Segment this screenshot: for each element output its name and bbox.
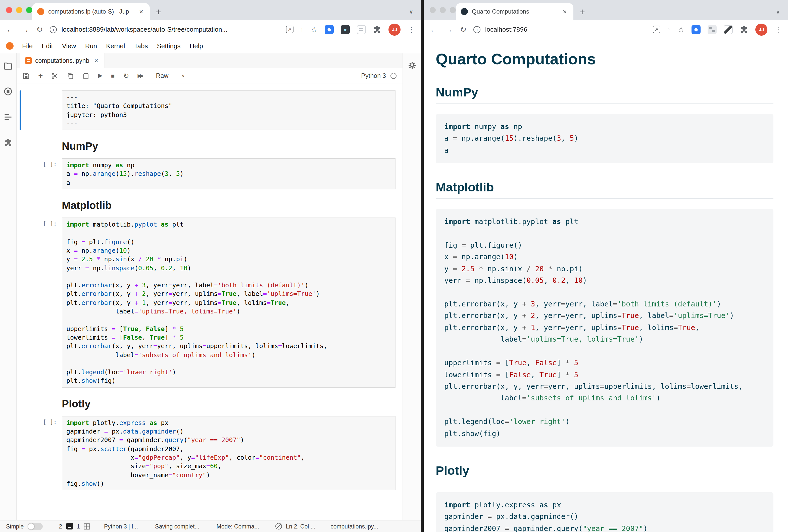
restart-run-all-icon[interactable]: ▶▶ (138, 73, 142, 78)
profile-avatar[interactable]: JJ (755, 23, 767, 36)
raw-cell-editor[interactable]: ---title: "Quarto Computations"jupyter: … (62, 90, 395, 130)
menu-settings[interactable]: Settings (152, 42, 185, 50)
new-tab-button[interactable]: + (579, 7, 585, 17)
address-bar[interactable]: localhost:7896 (474, 26, 646, 33)
minimize-traffic-light[interactable] (440, 7, 446, 13)
open-in-new-icon[interactable] (286, 26, 293, 33)
property-inspector-gear-icon[interactable] (408, 61, 416, 69)
extension-camera-icon[interactable] (691, 25, 701, 34)
simple-mode-label: Simple (6, 523, 24, 529)
save-icon[interactable] (23, 72, 29, 79)
paste-icon[interactable] (83, 72, 90, 79)
back-icon[interactable]: ← (6, 25, 14, 34)
copy-icon[interactable] (67, 72, 74, 79)
jupyterlab-left-sidebar (0, 53, 17, 520)
code-cell-matplotlib-editor[interactable]: import matplotlib.pyplot as plt fig = pl… (62, 218, 395, 388)
extension-dark-icon[interactable] (341, 25, 350, 34)
zoom-traffic-light[interactable] (26, 7, 32, 13)
site-info-icon[interactable] (50, 26, 57, 33)
browser-tab[interactable]: Quarto Computations × (456, 3, 573, 20)
terminal-count[interactable]: 1 (77, 523, 80, 529)
url-text: localhost:8889/lab/workspaces/auto-S/tre… (62, 26, 228, 33)
code-cell-numpy[interactable]: [ ]: import numpy as npa = np.arange(15)… (20, 158, 395, 189)
kernel-indicator[interactable]: Python 3 (361, 72, 396, 79)
notebook-tab-close-icon[interactable]: × (93, 57, 99, 64)
profile-avatar[interactable]: JJ (389, 23, 400, 36)
open-in-new-icon[interactable] (653, 26, 660, 33)
menu-file[interactable]: File (18, 42, 37, 50)
cell-prompt: [ ]: (24, 416, 62, 490)
browser-tabstrip: Quarto Computations × + ∨ (423, 0, 788, 20)
code-cell-numpy-editor[interactable]: import numpy as npa = np.arange(15).resh… (62, 158, 395, 189)
kernel-status-text[interactable]: Python 3 | I... (104, 523, 138, 529)
bookmark-star-icon[interactable]: ☆ (678, 25, 685, 34)
extension-manager-icon[interactable] (4, 138, 12, 147)
cell-selection-bar (20, 90, 21, 130)
reload-icon[interactable]: ↻ (460, 25, 467, 34)
simple-mode-toggle[interactable] (28, 523, 43, 530)
statusbar: Simple 2 1 Python 3 | I... Saving comple… (0, 520, 421, 532)
cell-prompt: [ ]: (24, 218, 62, 388)
markdown-cell-numpy[interactable]: NumPy (62, 140, 389, 152)
code-cell-matplotlib[interactable]: [ ]: import matplotlib.pyplot as plt fig… (20, 218, 395, 388)
menu-edit[interactable]: Edit (37, 42, 58, 50)
jupyter-favicon (37, 8, 44, 15)
notebook-scroll-area[interactable]: ---title: "Quarto Computations"jupyter: … (17, 83, 402, 520)
tab-close-icon[interactable]: × (562, 7, 568, 16)
tab-search-chevron-icon[interactable]: ∨ (776, 8, 780, 15)
document-tabbar: computations.ipynb × (17, 53, 402, 68)
table-of-contents-icon[interactable] (3, 112, 13, 122)
cell-selection-bar (20, 218, 21, 388)
code-block-plotly: import plotly.express as pxgapminder = p… (436, 492, 773, 532)
tab-close-icon[interactable]: × (138, 7, 145, 16)
extension-grid-icon[interactable] (708, 25, 717, 34)
menu-kernel[interactable]: Kernel (101, 42, 130, 50)
close-traffic-light[interactable] (430, 7, 436, 13)
zoom-traffic-light[interactable] (450, 7, 456, 13)
extension-doc-icon[interactable] (357, 25, 366, 34)
notebook-tab[interactable]: computations.ipynb × (20, 53, 105, 68)
file-browser-icon[interactable] (3, 61, 13, 70)
browser-menu-icon[interactable]: ⋮ (408, 25, 415, 34)
menu-tabs[interactable]: Tabs (130, 42, 153, 50)
page-title: Quarto Computations (436, 50, 773, 68)
raw-cell-prompt (24, 90, 62, 130)
restart-kernel-icon[interactable]: ↻ (123, 72, 129, 79)
extensions-puzzle-icon[interactable] (373, 25, 381, 34)
code-cell-plotly[interactable]: [ ]: import plotly.express as pxgapminde… (20, 416, 395, 490)
minimize-traffic-light[interactable] (16, 7, 22, 13)
menu-help[interactable]: Help (185, 42, 208, 50)
line-col-text[interactable]: Ln 2, Col ... (286, 523, 316, 529)
forward-icon[interactable]: → (445, 25, 453, 34)
extension-stripe-icon[interactable] (724, 25, 733, 34)
close-traffic-light[interactable] (6, 7, 12, 13)
running-sessions-icon[interactable] (3, 87, 13, 96)
cut-icon[interactable] (52, 72, 59, 79)
extensions-puzzle-icon[interactable] (740, 25, 748, 34)
stop-icon[interactable]: ■ (111, 73, 115, 79)
address-bar[interactable]: localhost:8889/lab/workspaces/auto-S/tre… (50, 26, 279, 33)
back-icon[interactable]: ← (430, 25, 438, 34)
tab-search-chevron-icon[interactable]: ∨ (409, 8, 413, 15)
markdown-cell-plotly[interactable]: Plotly (62, 397, 389, 410)
markdown-cell-matplotlib[interactable]: Matplotlib (62, 200, 389, 211)
browser-menu-icon[interactable]: ⋮ (774, 25, 782, 34)
cell-type-dropdown[interactable]: Raw ∨ (156, 72, 185, 79)
new-tab-button[interactable]: + (156, 7, 161, 17)
bookmark-star-icon[interactable]: ☆ (311, 25, 318, 34)
share-icon[interactable]: ↑ (667, 25, 671, 34)
quarto-page: Quarto Computations NumPy import numpy a… (423, 39, 788, 532)
browser-tab[interactable]: computations.ip (auto-S) - Jup × (32, 3, 150, 20)
run-icon[interactable]: ▶ (98, 73, 102, 78)
menu-view[interactable]: View (58, 42, 81, 50)
menu-run[interactable]: Run (81, 42, 102, 50)
kernel-count[interactable]: 2 (59, 523, 62, 529)
forward-icon[interactable]: → (21, 25, 29, 34)
extension-camera-icon[interactable] (324, 25, 334, 34)
add-cell-icon[interactable]: + (38, 71, 43, 80)
raw-cell[interactable]: ---title: "Quarto Computations"jupyter: … (20, 90, 395, 130)
site-info-icon[interactable] (474, 26, 481, 33)
share-icon[interactable]: ↑ (300, 25, 304, 34)
reload-icon[interactable]: ↻ (36, 25, 43, 34)
code-cell-plotly-editor[interactable]: import plotly.express as pxgapminder = p… (62, 416, 395, 490)
